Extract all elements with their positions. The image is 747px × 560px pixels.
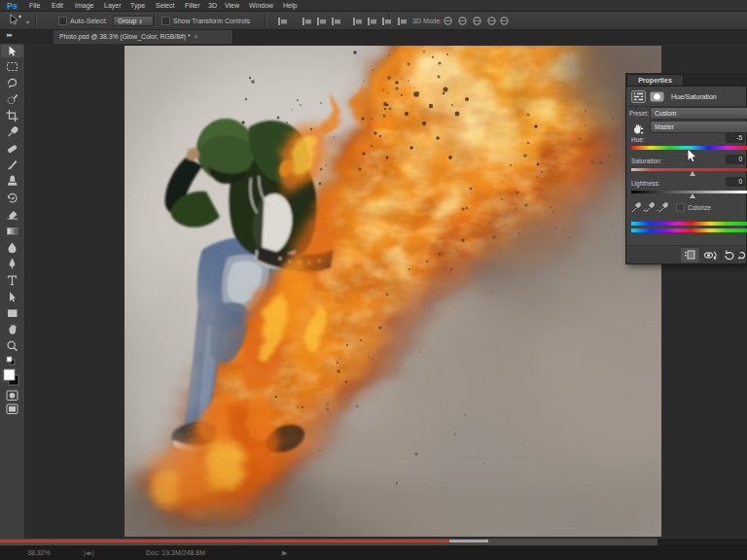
svg-text:−: − [657, 207, 660, 213]
svg-text:+: + [643, 207, 647, 213]
